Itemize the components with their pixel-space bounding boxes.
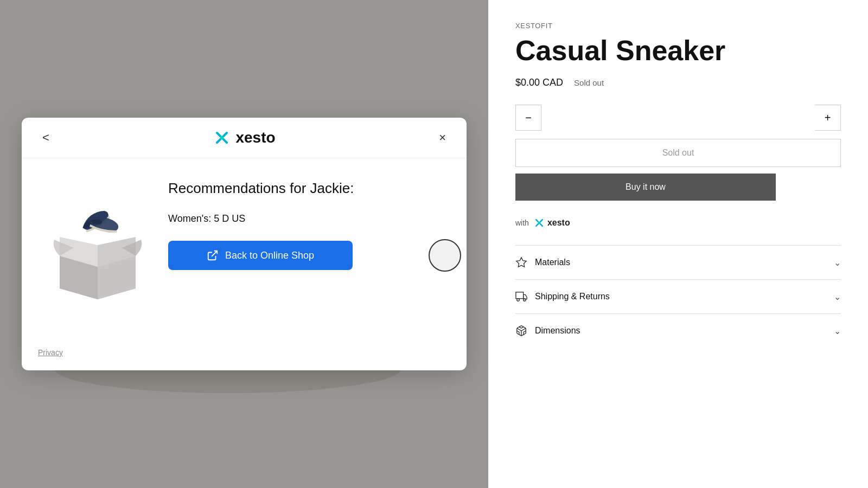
svg-point-8 <box>538 222 540 224</box>
price-row: $0.00 CAD Sold out <box>515 77 841 88</box>
materials-label: Materials <box>535 258 570 267</box>
svg-line-7 <box>212 251 217 256</box>
brand-name: XESTOFIT <box>515 22 841 30</box>
size-recommendation: Women's: 5 D US <box>168 213 450 224</box>
xesto-logo: xesto <box>213 129 275 147</box>
buy-now-button[interactable]: Buy it now <box>515 174 776 201</box>
quantity-minus-button[interactable]: − <box>515 105 541 131</box>
shipping-icon <box>515 291 527 303</box>
quantity-plus-button[interactable]: + <box>815 105 841 131</box>
back-to-shop-button[interactable]: Back to Online Shop <box>168 241 353 270</box>
accordion-section: Materials ⌄ Shipping & Returns ⌄ <box>515 245 841 348</box>
modal-overlay: < xesto × <box>0 0 488 488</box>
box-illustration <box>43 196 152 305</box>
accordion-dimensions-left: Dimensions <box>515 325 580 337</box>
price-sold-out-badge: Sold out <box>574 78 604 87</box>
product-image-area: < xesto × <box>0 0 488 488</box>
modal-close-button[interactable]: × <box>435 129 450 147</box>
xesto-brand-text: xesto <box>547 218 570 228</box>
modal-body: Recommendations for Jackie: Women's: 5 D… <box>22 158 467 343</box>
powered-by-row: with xesto <box>515 217 841 229</box>
svg-point-6 <box>220 136 224 139</box>
xesto-logo-text: xesto <box>235 129 275 146</box>
modal-header: < xesto × <box>22 118 467 158</box>
quantity-row: − + <box>515 105 841 131</box>
back-to-shop-label: Back to Online Shop <box>225 250 314 261</box>
dimensions-label: Dimensions <box>535 326 580 336</box>
dimensions-chevron-icon: ⌄ <box>834 326 841 336</box>
accordion-shipping-left: Shipping & Returns <box>515 291 610 303</box>
product-title: Casual Sneaker <box>515 35 841 66</box>
recommendations-title: Recommendations for Jackie: <box>168 180 450 197</box>
materials-icon <box>515 256 527 268</box>
external-link-icon <box>207 249 219 261</box>
svg-point-10 <box>517 299 520 301</box>
click-indicator <box>429 239 461 272</box>
shipping-label: Shipping & Returns <box>535 292 610 301</box>
modal-back-button[interactable]: < <box>38 129 54 147</box>
sold-out-button: Sold out <box>515 139 841 167</box>
modal-content: Recommendations for Jackie: Women's: 5 D… <box>168 175 450 326</box>
modal-footer: Privacy <box>22 343 467 370</box>
privacy-link[interactable]: Privacy <box>38 348 63 357</box>
accordion-materials[interactable]: Materials ⌄ <box>515 245 841 279</box>
accordion-dimensions[interactable]: Dimensions ⌄ <box>515 313 841 348</box>
xesto-logo-small: xesto <box>533 217 570 229</box>
xesto-logo-icon <box>213 129 231 147</box>
modal-dialog: < xesto × <box>22 118 467 370</box>
product-details-panel: XESTOFIT Casual Sneaker $0.00 CAD Sold o… <box>488 0 868 488</box>
xesto-small-icon <box>533 217 545 229</box>
shipping-chevron-icon: ⌄ <box>834 292 841 302</box>
svg-rect-9 <box>516 292 524 299</box>
powered-by-text: with <box>515 219 529 227</box>
product-price: $0.00 CAD <box>515 77 563 88</box>
dimensions-icon <box>515 325 527 337</box>
materials-chevron-icon: ⌄ <box>834 258 841 268</box>
modal-illustration <box>38 175 157 326</box>
accordion-materials-left: Materials <box>515 256 570 268</box>
accordion-shipping[interactable]: Shipping & Returns ⌄ <box>515 279 841 313</box>
